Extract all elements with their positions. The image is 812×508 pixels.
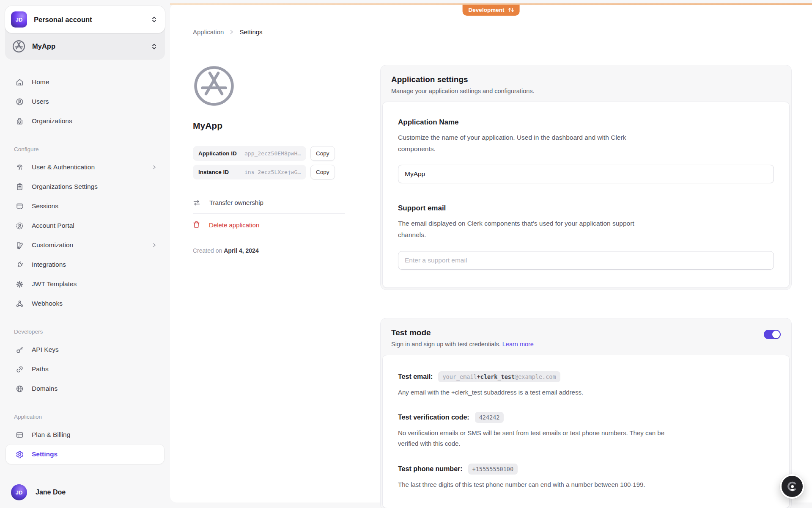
test-email-subaddress: +clerk_test (477, 373, 515, 380)
sidebar-item-label: Organizations Settings (32, 183, 157, 190)
sidebar-item-account-portal[interactable]: Account Portal (6, 216, 164, 235)
building-icon (15, 116, 24, 126)
app-logo-icon (12, 40, 25, 53)
transfer-ownership-label: Transfer ownership (209, 199, 263, 206)
test-email-chip: your_email+clerk_test@example.com (438, 371, 560, 382)
sidebar-section-developers: Developers (5, 329, 165, 335)
home-icon (15, 77, 24, 87)
instance-id-value: ins_2ecz5LXzejwG… (244, 169, 301, 175)
sidebar-item-label: Webhooks (32, 300, 157, 307)
sidebar-item-label: User & Authentication (32, 163, 144, 171)
chevron-right-icon (151, 164, 157, 170)
environment-badge-label: Development (469, 7, 505, 13)
sidebar-item-plan-billing[interactable]: Plan & Billing (6, 425, 164, 444)
card-title: Application settings (391, 75, 781, 84)
session-card-icon (15, 202, 24, 211)
application-id-row: Application ID app_2ecz50EM8pwH… Copy (193, 146, 345, 161)
sidebar-item-sessions[interactable]: Sessions (6, 196, 164, 216)
link-icon (15, 364, 24, 374)
updown-arrows-icon (508, 7, 514, 13)
test-email-description: Any email with the +clerk_test subaddres… (398, 387, 686, 398)
breadcrumb-settings: Settings (239, 28, 262, 36)
instance-id-row: Instance ID ins_2ecz5LXzejwG… Copy (193, 165, 345, 179)
application-id-value: app_2ecz50EM8pwH… (244, 150, 301, 157)
breadcrumb-application[interactable]: Application (193, 28, 224, 36)
support-email-input[interactable] (398, 251, 774, 270)
delete-application-button[interactable]: Delete application (193, 221, 345, 229)
sidebar-item-label: Customization (32, 241, 144, 249)
sidebar-item-home[interactable]: Home (6, 72, 164, 92)
sidebar-item-jwt-templates[interactable]: JWT Templates (6, 274, 164, 294)
sidebar-item-label: Users (32, 98, 157, 105)
divider (193, 236, 345, 236)
sidebar-nav: Home Users Organizations Configure User … (5, 72, 165, 476)
delete-application-label: Delete application (209, 221, 259, 229)
application-settings-card: Application settings Manage your applica… (380, 65, 792, 290)
sidebar-item-paths[interactable]: Paths (6, 359, 164, 379)
application-logo-icon (193, 65, 235, 107)
transfer-ownership-button[interactable]: Transfer ownership (193, 199, 345, 206)
sidebar-item-webhooks[interactable]: Webhooks (6, 294, 164, 313)
sidebar-section-application: Application (5, 414, 165, 420)
created-on-prefix: Created on (193, 247, 222, 254)
test-mode-card: Test mode Sign in and sign up with test … (380, 318, 792, 508)
card-subtitle: Sign in and sign up with test credential… (391, 341, 534, 348)
test-verification-code-chip: 424242 (475, 412, 504, 423)
test-email-domain: @example.com (515, 373, 556, 380)
key-icon (15, 345, 24, 354)
sidebar-item-settings[interactable]: Settings (6, 444, 164, 464)
fingerprint-icon (15, 163, 24, 172)
sidebar-item-integrations[interactable]: Integrations (6, 255, 164, 274)
app-switcher[interactable]: MyApp (5, 33, 165, 60)
test-verification-code-label: Test verification code: (398, 414, 469, 421)
gear-icon (15, 450, 24, 459)
chevron-updown-icon (151, 16, 157, 23)
sidebar-item-users[interactable]: Users (6, 92, 164, 111)
sidebar-item-organizations-settings[interactable]: Organizations Settings (6, 177, 164, 196)
user-menu[interactable]: JD Jane Doe (5, 482, 165, 500)
avatar: JD (11, 11, 27, 28)
personal-account-switcher[interactable]: JD Personal account (5, 6, 165, 33)
sidebar-item-customization[interactable]: Customization (6, 235, 164, 255)
test-mode-toggle[interactable] (764, 330, 781, 339)
users-icon (15, 97, 24, 106)
application-id-pill: Application ID app_2ecz50EM8pwH… (193, 146, 306, 161)
globe-icon (15, 384, 24, 393)
divider (193, 213, 345, 214)
support-button[interactable] (780, 474, 804, 499)
created-on-date: April 4, 2024 (224, 247, 259, 254)
credit-card-icon (15, 430, 24, 439)
card-subtitle: Manage your application settings and con… (391, 88, 781, 94)
sidebar: JD Personal account MyApp Home (0, 0, 170, 508)
application-name-input[interactable] (398, 165, 774, 183)
sidebar-item-label: Domains (32, 385, 157, 392)
test-phone-number-description: The last three digits of this test phone… (398, 480, 686, 490)
sidebar-item-label: Plan & Billing (32, 431, 157, 439)
swatches-icon (15, 240, 24, 250)
environment-badge[interactable]: Development (463, 5, 520, 16)
sidebar-item-label: Sessions (32, 202, 157, 210)
application-id-label: Application ID (198, 150, 239, 157)
webhooks-icon (15, 299, 24, 308)
sidebar-section-configure: Configure (5, 146, 165, 152)
test-email-prefix: your_email (442, 373, 477, 380)
card-title: Test mode (391, 328, 534, 337)
main-panel: Development Application Settings MyApp A… (170, 3, 812, 502)
settings-content: Application settings Manage your applica… (380, 65, 792, 508)
application-name-description: Customize the name of your application. … (398, 132, 664, 155)
plug-icon (15, 260, 24, 269)
test-phone-number-label: Test phone number: (398, 465, 463, 473)
sidebar-item-api-keys[interactable]: API Keys (6, 340, 164, 359)
app-switcher-label: MyApp (32, 42, 144, 50)
copy-instance-id-button[interactable]: Copy (310, 165, 335, 179)
sidebar-item-domains[interactable]: Domains (6, 379, 164, 398)
support-email-description: The email displayed on Clerk components … (398, 218, 643, 240)
copy-application-id-button[interactable]: Copy (310, 146, 335, 161)
sidebar-item-label: Paths (32, 365, 157, 373)
learn-more-link[interactable]: Learn more (502, 341, 534, 348)
sidebar-item-organizations[interactable]: Organizations (6, 111, 164, 131)
personal-account-label: Personal account (34, 16, 144, 24)
sidebar-item-user-authentication[interactable]: User & Authentication (6, 157, 164, 177)
avatar: JD (11, 484, 27, 500)
sidebar-item-label: Home (32, 78, 157, 86)
